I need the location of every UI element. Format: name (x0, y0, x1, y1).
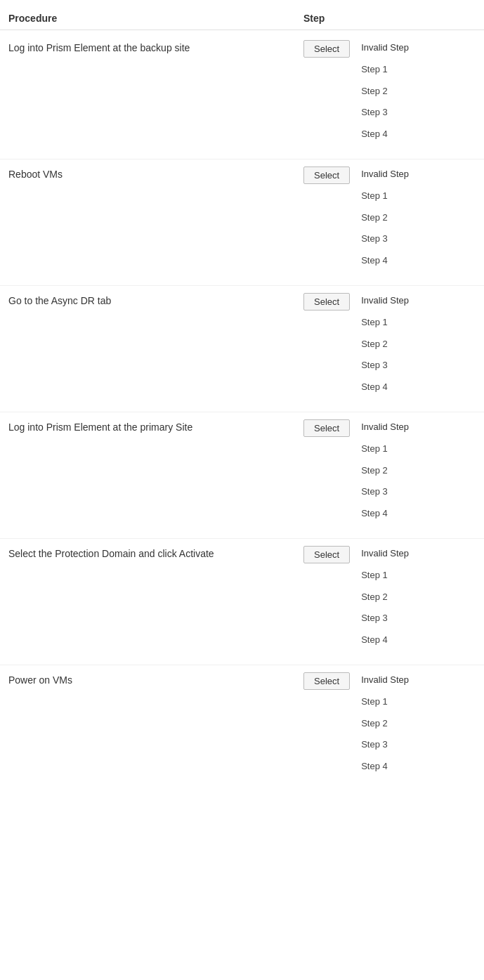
step-option[interactable]: Step 1 (355, 438, 414, 460)
select-button-wrap: Select (303, 669, 350, 690)
step-option[interactable]: Step 2 (355, 81, 414, 103)
procedure-cell: Reboot VMs (8, 164, 303, 281)
procedure-cell: Select the Protection Domain and click A… (8, 543, 303, 660)
step-cell: SelectInvalid StepStep 1Step 2Step 3Step… (303, 37, 476, 155)
step-cell: SelectInvalid StepStep 1Step 2Step 3Step… (303, 290, 476, 407)
step-options-list: Invalid StepStep 1Step 2Step 3Step 4 (355, 290, 414, 398)
table-header: Procedure Step (0, 7, 484, 30)
step-options-list: Invalid StepStep 1Step 2Step 3Step 4 (355, 543, 414, 651)
procedure-step-table: Procedure Step Log into Prism Element at… (0, 0, 484, 799)
step-option[interactable]: Invalid Step (355, 543, 414, 565)
header-procedure: Procedure (8, 13, 303, 24)
step-options-list: Invalid StepStep 1Step 2Step 3Step 4 (355, 669, 414, 778)
table-row: Log into Prism Element at the backup sit… (0, 33, 484, 159)
header-step: Step (303, 13, 476, 24)
step-option[interactable]: Step 1 (355, 565, 414, 587)
step-cell: SelectInvalid StepStep 1Step 2Step 3Step… (303, 669, 476, 788)
select-button-wrap: Select (303, 37, 350, 58)
step-options-list: Invalid StepStep 1Step 2Step 3Step 4 (355, 37, 414, 145)
rows-container: Log into Prism Element at the backup sit… (0, 33, 484, 792)
step-option[interactable]: Step 4 (355, 124, 414, 145)
select-button-wrap: Select (303, 290, 350, 311)
step-option[interactable]: Invalid Step (355, 164, 414, 185)
step-cell: SelectInvalid StepStep 1Step 2Step 3Step… (303, 164, 476, 281)
select-button[interactable]: Select (303, 419, 350, 437)
select-button-wrap: Select (303, 164, 350, 184)
select-button-wrap: Select (303, 417, 350, 437)
step-option[interactable]: Step 3 (355, 608, 414, 629)
step-option[interactable]: Step 4 (355, 503, 414, 525)
step-option[interactable]: Invalid Step (355, 417, 414, 438)
step-option[interactable]: Step 2 (355, 713, 414, 735)
select-button[interactable]: Select (303, 40, 350, 58)
step-option[interactable]: Step 4 (355, 629, 414, 651)
table-row: Reboot VMsSelectInvalid StepStep 1Step 2… (0, 159, 484, 286)
step-option[interactable]: Step 3 (355, 481, 414, 503)
step-option[interactable]: Step 3 (355, 734, 414, 756)
step-option[interactable]: Step 2 (355, 587, 414, 608)
select-button[interactable]: Select (303, 293, 350, 311)
select-button-wrap: Select (303, 543, 350, 563)
step-options-list: Invalid StepStep 1Step 2Step 3Step 4 (355, 164, 414, 272)
step-option[interactable]: Step 3 (355, 228, 414, 250)
step-option[interactable]: Step 2 (355, 207, 414, 229)
step-option[interactable]: Step 2 (355, 334, 414, 355)
step-option[interactable]: Invalid Step (355, 37, 414, 59)
step-option[interactable]: Step 4 (355, 377, 414, 398)
table-row: Select the Protection Domain and click A… (0, 539, 484, 665)
step-option[interactable]: Invalid Step (355, 669, 414, 691)
step-options-list: Invalid StepStep 1Step 2Step 3Step 4 (355, 417, 414, 525)
step-cell: SelectInvalid StepStep 1Step 2Step 3Step… (303, 417, 476, 534)
table-row: Go to the Async DR tabSelectInvalid Step… (0, 286, 484, 412)
step-option[interactable]: Step 1 (355, 691, 414, 713)
table-row: Power on VMsSelectInvalid StepStep 1Step… (0, 665, 484, 792)
procedure-cell: Power on VMs (8, 669, 303, 788)
procedure-cell: Log into Prism Element at the primary Si… (8, 417, 303, 534)
step-option[interactable]: Step 3 (355, 355, 414, 377)
select-button[interactable]: Select (303, 672, 350, 690)
step-cell: SelectInvalid StepStep 1Step 2Step 3Step… (303, 543, 476, 660)
table-row: Log into Prism Element at the primary Si… (0, 412, 484, 539)
step-option[interactable]: Step 1 (355, 185, 414, 207)
step-option[interactable]: Invalid Step (355, 290, 414, 312)
step-option[interactable]: Step 4 (355, 756, 414, 778)
select-button[interactable]: Select (303, 166, 350, 184)
procedure-cell: Go to the Async DR tab (8, 290, 303, 407)
step-option[interactable]: Step 1 (355, 312, 414, 334)
step-option[interactable]: Step 3 (355, 102, 414, 124)
select-button[interactable]: Select (303, 546, 350, 563)
step-option[interactable]: Step 4 (355, 250, 414, 272)
step-option[interactable]: Step 2 (355, 460, 414, 482)
procedure-cell: Log into Prism Element at the backup sit… (8, 37, 303, 155)
step-option[interactable]: Step 1 (355, 59, 414, 81)
